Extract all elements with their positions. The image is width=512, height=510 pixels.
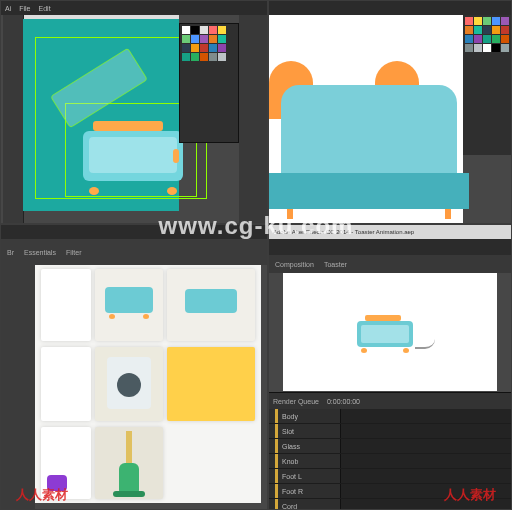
composition-viewer[interactable] — [283, 273, 497, 391]
tab-composition[interactable]: Composition — [275, 261, 314, 268]
menu-bar[interactable] — [269, 239, 511, 255]
thumbnail-toaster-wide[interactable] — [167, 269, 255, 341]
swatch[interactable] — [501, 17, 509, 25]
thumbnail-washing-machine[interactable] — [95, 347, 163, 421]
layer-name: Glass — [278, 443, 300, 450]
workspace-label[interactable]: Essentials — [24, 249, 56, 256]
swatch[interactable] — [465, 35, 473, 43]
swatch[interactable] — [465, 17, 473, 25]
layer-row[interactable]: Foot L — [269, 469, 511, 484]
swatches-panel[interactable] — [179, 23, 239, 143]
breadcrumb-bar[interactable]: Br Essentials Filter — [1, 239, 267, 265]
swatch[interactable] — [191, 53, 199, 61]
title-bar[interactable] — [1, 225, 267, 239]
layer-row[interactable]: Slot — [269, 424, 511, 439]
layer-name: Foot R — [278, 488, 303, 495]
swatch[interactable] — [218, 53, 226, 61]
layer-track[interactable] — [341, 454, 511, 468]
title-bar[interactable]: Adobe After Effects CC 2014 - Toaster An… — [269, 225, 511, 239]
swatch[interactable] — [182, 44, 190, 52]
right-dock[interactable] — [239, 15, 267, 223]
sofa-back[interactable] — [281, 85, 457, 175]
swatch[interactable] — [474, 35, 482, 43]
swatch[interactable] — [474, 44, 482, 52]
current-time[interactable]: 0:00:00:00 — [327, 398, 360, 405]
toaster-knob — [173, 149, 179, 163]
toaster-illustration[interactable] — [83, 129, 183, 191]
thumbnail-moodboard-1[interactable] — [41, 269, 91, 341]
swatch[interactable] — [492, 26, 500, 34]
toaster-foot-left — [89, 187, 99, 195]
swatch[interactable] — [501, 26, 509, 34]
artboard[interactable] — [269, 15, 463, 223]
after-effects-window: Adobe After Effects CC 2014 - Toaster An… — [268, 224, 512, 510]
layer-name: Slot — [278, 428, 294, 435]
toaster-foot-right — [403, 348, 409, 353]
content-panel[interactable] — [35, 265, 261, 503]
tool-panel[interactable] — [3, 15, 24, 223]
swatch[interactable] — [492, 44, 500, 52]
menu-file[interactable]: File — [19, 5, 30, 12]
menu-bar[interactable] — [269, 1, 511, 15]
swatch[interactable] — [218, 26, 226, 34]
thumbnail-yellow[interactable] — [167, 347, 255, 421]
swatch[interactable] — [465, 44, 473, 52]
watermark-cn-2: 人人素材 — [444, 486, 496, 504]
artboard[interactable] — [23, 19, 179, 211]
swatch[interactable] — [200, 26, 208, 34]
swatches-panel[interactable] — [463, 15, 511, 155]
comp-name: Toaster — [324, 261, 347, 268]
layer-track[interactable] — [341, 424, 511, 438]
swatch[interactable] — [200, 53, 208, 61]
layer-row[interactable]: Knob — [269, 454, 511, 469]
menu-edit[interactable]: Edit — [39, 5, 51, 12]
swatch[interactable] — [501, 44, 509, 52]
layer-row[interactable]: Glass — [269, 439, 511, 454]
comp-tab-bar[interactable]: Composition Toaster — [269, 255, 511, 273]
swatch[interactable] — [200, 44, 208, 52]
bridge-window: Br Essentials Filter — [0, 224, 268, 510]
swatch[interactable] — [218, 35, 226, 43]
swatch[interactable] — [492, 17, 500, 25]
menu-bar[interactable]: Ai File Edit — [1, 1, 267, 15]
swatch[interactable] — [483, 44, 491, 52]
timeline-header[interactable]: Render Queue 0:00:00:00 — [269, 393, 511, 409]
sofa-leg-right — [445, 209, 451, 219]
swatch[interactable] — [209, 53, 217, 61]
thumbnail-vacuum-upright[interactable] — [95, 427, 163, 499]
swatch[interactable] — [474, 17, 482, 25]
toaster-comp[interactable] — [357, 315, 417, 355]
swatch[interactable] — [465, 26, 473, 34]
toaster-glass — [89, 137, 177, 173]
thumbnail-toaster-small[interactable] — [95, 269, 163, 341]
swatch[interactable] — [200, 35, 208, 43]
filter-label[interactable]: Filter — [66, 249, 82, 256]
swatch[interactable] — [483, 26, 491, 34]
watermark-cn-1: 人人素材 — [16, 486, 68, 504]
swatch[interactable] — [209, 26, 217, 34]
layer-row[interactable]: Body — [269, 409, 511, 424]
render-queue-tab[interactable]: Render Queue — [273, 398, 319, 405]
swatch[interactable] — [191, 26, 199, 34]
thumbnail-moodboard-2[interactable] — [41, 347, 91, 421]
layer-track[interactable] — [341, 469, 511, 483]
swatch[interactable] — [191, 44, 199, 52]
swatch[interactable] — [501, 35, 509, 43]
swatch[interactable] — [191, 35, 199, 43]
window-title: Adobe After Effects CC 2014 - Toaster An… — [273, 229, 414, 235]
layer-track[interactable] — [341, 409, 511, 423]
swatch[interactable] — [483, 35, 491, 43]
swatch[interactable] — [182, 26, 190, 34]
swatch[interactable] — [182, 53, 190, 61]
swatch[interactable] — [483, 17, 491, 25]
layer-track[interactable] — [341, 439, 511, 453]
layer-name: Foot L — [278, 473, 302, 480]
swatch[interactable] — [209, 35, 217, 43]
favorites-panel[interactable] — [1, 265, 35, 509]
swatch[interactable] — [209, 44, 217, 52]
swatch[interactable] — [492, 35, 500, 43]
swatch[interactable] — [182, 35, 190, 43]
illustrator-toaster-window: Ai File Edit — [0, 0, 268, 224]
swatch[interactable] — [218, 44, 226, 52]
swatch[interactable] — [474, 26, 482, 34]
